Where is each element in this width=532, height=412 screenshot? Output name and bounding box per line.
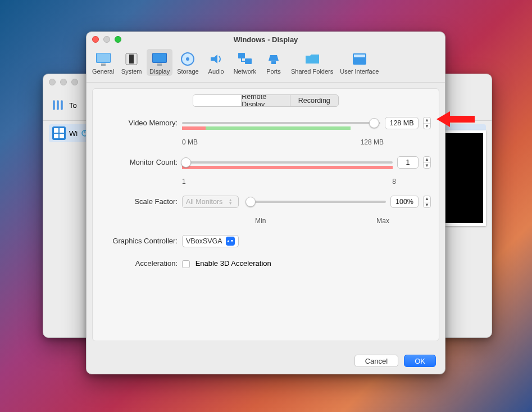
video-memory-stepper[interactable]: ▲▼: [423, 117, 431, 129]
ui-icon: [352, 51, 367, 67]
svg-rect-7: [60, 134, 64, 138]
chevron-down-icon: ▼: [424, 124, 430, 129]
svg-rect-20: [238, 53, 245, 58]
titlebar: Windows - Display: [87, 32, 445, 47]
svg-rect-14: [129, 55, 134, 64]
svg-point-19: [186, 57, 189, 61]
svg-rect-6: [54, 134, 58, 138]
bg-zoom-icon: [71, 79, 78, 85]
tools-icon: [50, 97, 66, 113]
video-memory-slider[interactable]: [182, 122, 380, 124]
monitor-count-stepper[interactable]: ▲▼: [423, 156, 431, 169]
video-memory-value[interactable]: 128 MB: [385, 117, 419, 129]
chevron-up-icon: ▲: [424, 196, 430, 202]
tab-screen[interactable]: [193, 95, 242, 106]
dialog-footer: Cancel OK: [354, 355, 436, 367]
monitor-count-slider[interactable]: [182, 161, 393, 164]
chevron-up-icon: ▲: [424, 117, 430, 124]
svg-rect-11: [97, 53, 110, 62]
enable-3d-label: Enable 3D Acceleration: [195, 259, 271, 268]
bg-minimize-icon: [60, 79, 67, 85]
zoom-icon[interactable]: [115, 36, 121, 43]
window-title: Windows - Display: [234, 35, 298, 44]
acceleration-label: Acceleration:: [101, 257, 182, 268]
minimize-icon: [103, 36, 110, 43]
scale-factor-value[interactable]: 100%: [390, 196, 419, 208]
row-graphics-controller: Graphics Controller: VBoxSVGA ▲▼: [101, 235, 431, 247]
scale-factor-thumb[interactable]: [245, 197, 256, 207]
scale-factor-min: Min: [255, 217, 266, 225]
scale-factor-max: Max: [376, 217, 389, 225]
bg-vm-label: Wi: [69, 129, 78, 138]
toolbar-item-user-interface[interactable]: User Interface: [338, 49, 381, 76]
network-icon: [237, 51, 253, 67]
chevron-down-icon: ▼: [424, 163, 430, 169]
monitor-count-min: 1: [182, 178, 186, 185]
bg-tools-label: To: [69, 101, 77, 110]
chevron-updown-icon: ▲▼: [226, 197, 235, 206]
scale-factor-slider[interactable]: [247, 201, 386, 203]
bg-close-icon: [49, 79, 56, 85]
monitor-count-max: 8: [392, 178, 396, 185]
svg-rect-24: [354, 55, 365, 57]
monitor-count-value[interactable]: 1: [397, 156, 419, 169]
toolbar-item-shared-folders[interactable]: Shared Folders: [289, 49, 335, 76]
scale-factor-stepper[interactable]: ▲▼: [423, 196, 431, 208]
toolbar-item-display[interactable]: Display: [147, 49, 172, 76]
system-icon: [124, 51, 139, 67]
video-memory-max: 128 MB: [361, 138, 384, 146]
graphics-controller-select[interactable]: VBoxSVGA ▲▼: [182, 235, 239, 247]
settings-dialog: Windows - Display General System Display…: [86, 31, 445, 374]
svg-rect-16: [153, 53, 166, 62]
row-monitor-count: Monitor Count: 1 ▲▼ 1 8: [101, 156, 431, 185]
chevron-up-icon: ▲: [424, 157, 430, 163]
chevron-down-icon: ▼: [424, 202, 430, 208]
row-acceleration: Acceleration: Enable 3D Acceleration: [101, 257, 431, 268]
toolbar-item-storage[interactable]: Storage: [175, 49, 201, 76]
video-memory-min: 0 MB: [182, 138, 198, 146]
svg-rect-12: [101, 64, 106, 66]
toolbar-item-audio[interactable]: Audio: [203, 49, 229, 76]
svg-rect-5: [60, 128, 64, 133]
audio-icon: [208, 51, 224, 67]
toolbar-item-ports[interactable]: Ports: [261, 49, 287, 76]
windows-vm-icon: [52, 126, 66, 140]
tab-remote-display[interactable]: Remote Display: [242, 95, 290, 106]
svg-rect-4: [54, 128, 58, 133]
ok-button[interactable]: OK: [404, 355, 436, 367]
display-subtab-segmented[interactable]: Remote Display Recording: [193, 94, 339, 107]
svg-rect-17: [157, 64, 162, 66]
display-icon: [152, 51, 167, 67]
graphics-controller-label: Graphics Controller:: [101, 235, 182, 245]
monitor-count-thumb[interactable]: [181, 157, 191, 167]
chevron-updown-icon: ▲▼: [226, 237, 235, 246]
cancel-button[interactable]: Cancel: [354, 355, 398, 367]
tab-recording[interactable]: Recording: [290, 95, 338, 106]
svg-rect-22: [271, 61, 276, 64]
ports-icon: [266, 51, 281, 67]
enable-3d-checkbox[interactable]: [182, 260, 190, 268]
row-video-memory: Video Memory: 128 MB ▲▼ 0 MB 128 MB: [101, 117, 431, 146]
scale-factor-label: Scale Factor:: [101, 196, 182, 206]
svg-rect-0: [53, 100, 55, 110]
toolbar-item-system[interactable]: System: [119, 49, 144, 76]
settings-body: Remote Display Recording Video Memory: 1…: [92, 88, 439, 341]
storage-icon: [180, 51, 195, 67]
folder-icon: [304, 51, 320, 67]
toolbar-item-general[interactable]: General: [90, 49, 116, 76]
svg-rect-1: [57, 100, 59, 110]
row-scale-factor: Scale Factor: All Monitors ▲▼ 100% ▲▼ Mi…: [101, 196, 431, 225]
video-memory-label: Video Memory:: [101, 117, 182, 127]
close-icon[interactable]: [92, 36, 99, 43]
toolbar-item-network[interactable]: Network: [231, 49, 258, 76]
svg-rect-2: [61, 100, 63, 110]
general-icon: [96, 51, 111, 67]
svg-rect-21: [245, 58, 252, 64]
monitor-count-label: Monitor Count:: [101, 156, 182, 166]
category-toolbar: General System Display Storage Audio: [87, 47, 445, 83]
scale-factor-scope-select[interactable]: All Monitors ▲▼: [182, 196, 239, 208]
